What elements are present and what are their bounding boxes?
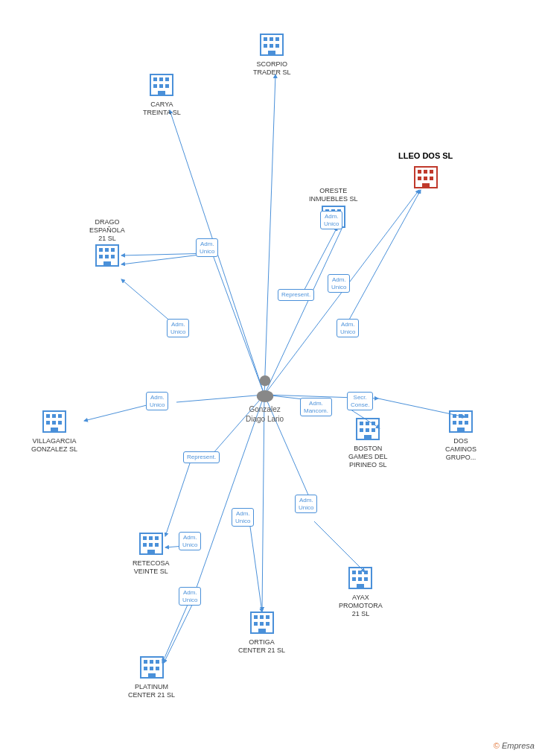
node-label-retecosa: RETECOSAVEINTE SL xyxy=(133,559,170,576)
svg-rect-96 xyxy=(155,536,159,540)
svg-rect-105 xyxy=(254,622,258,626)
building-icon-dos-caminos xyxy=(447,408,474,435)
svg-rect-103 xyxy=(260,615,264,619)
node-label-dos-caminos: DOSCAMINOSGRUPO... xyxy=(445,437,476,461)
svg-rect-123 xyxy=(156,667,159,670)
badge-adm-unico-7[interactable]: Adm.Unico xyxy=(232,508,254,527)
badge-secr-conse[interactable]: Secr.Conse. xyxy=(347,392,373,410)
svg-rect-47 xyxy=(424,170,427,174)
svg-rect-86 xyxy=(453,414,456,418)
svg-point-28 xyxy=(256,390,272,402)
badge-adm-unico-5[interactable]: Adm.Unico xyxy=(337,319,359,337)
building-icon-drago xyxy=(94,242,121,269)
svg-rect-88 xyxy=(465,414,468,418)
node-label-lleo-title: LLEO DOS SL xyxy=(398,151,453,161)
svg-rect-50 xyxy=(424,177,427,180)
svg-rect-30 xyxy=(264,37,267,41)
svg-rect-32 xyxy=(275,37,279,41)
node-carya[interactable]: CARYATREINTA SL xyxy=(143,72,181,117)
svg-line-18 xyxy=(194,395,264,596)
svg-rect-41 xyxy=(153,84,157,88)
svg-rect-91 xyxy=(465,421,468,425)
svg-line-15 xyxy=(262,395,264,611)
building-icon-villagarcia xyxy=(41,408,68,435)
badge-adm-unico-4[interactable]: Adm.Unico xyxy=(328,274,350,293)
svg-rect-90 xyxy=(459,421,462,425)
node-ayax[interactable]: AYAXPROMOTORA21 SL xyxy=(339,565,383,617)
svg-rect-84 xyxy=(364,435,372,439)
center-person-node[interactable]: GonzalezDiago Lario xyxy=(246,372,284,424)
svg-rect-75 xyxy=(58,421,62,425)
node-villagarcia[interactable]: VILLAGARCIAGONZALEZ SL xyxy=(31,408,77,454)
node-lleo[interactable]: LLEO DOS SL xyxy=(398,149,453,191)
badge-adm-unico-9[interactable]: Adm.Unico xyxy=(179,532,201,550)
building-icon-scorpio xyxy=(258,31,285,58)
svg-rect-63 xyxy=(105,248,109,252)
svg-rect-38 xyxy=(153,77,157,81)
svg-rect-99 xyxy=(155,543,159,547)
svg-rect-107 xyxy=(266,622,270,626)
svg-rect-114 xyxy=(358,577,362,581)
svg-rect-112 xyxy=(364,571,368,574)
badge-adm-unico-3[interactable]: Adm.Unico xyxy=(320,211,342,229)
building-icon-retecosa xyxy=(138,530,165,557)
building-icon-boston xyxy=(354,416,381,442)
svg-rect-79 xyxy=(366,422,369,425)
svg-rect-108 xyxy=(258,629,266,633)
badge-adm-unico-8[interactable]: Adm.Unico xyxy=(295,495,317,513)
svg-rect-78 xyxy=(360,422,363,425)
svg-rect-100 xyxy=(147,550,155,554)
svg-rect-31 xyxy=(270,37,273,41)
svg-rect-118 xyxy=(144,660,147,664)
svg-rect-80 xyxy=(372,422,375,425)
svg-rect-36 xyxy=(268,51,275,55)
badge-adm-unico-10[interactable]: Adm.Unico xyxy=(179,587,201,606)
node-dos-caminos[interactable]: DOSCAMINOSGRUPO... xyxy=(445,408,476,461)
node-platinum[interactable]: PLATINUMCENTER 21 SL xyxy=(128,654,175,699)
svg-rect-72 xyxy=(58,414,62,418)
node-drago[interactable]: DRAGOESPAÑOLA21 SL xyxy=(89,216,125,269)
graph-container: GonzalezDiago Lario SCORPIOTRADER SL xyxy=(0,0,542,756)
badge-represent-2[interactable]: Represent. xyxy=(183,451,220,463)
svg-rect-104 xyxy=(266,615,270,619)
svg-rect-52 xyxy=(422,183,430,188)
badge-adm-unico-6[interactable]: Adm.Unico xyxy=(146,392,168,410)
svg-rect-124 xyxy=(148,673,156,678)
svg-rect-64 xyxy=(111,248,115,252)
svg-rect-82 xyxy=(366,428,369,432)
svg-rect-113 xyxy=(352,577,356,581)
svg-rect-46 xyxy=(418,170,421,174)
badge-adm-mancom[interactable]: Adm.Mancom. xyxy=(300,398,332,416)
svg-line-24 xyxy=(249,521,262,612)
badge-adm-unico-1[interactable]: Adm.Unico xyxy=(196,238,218,257)
svg-rect-40 xyxy=(165,77,169,81)
svg-rect-65 xyxy=(99,255,103,258)
svg-rect-121 xyxy=(144,667,147,670)
person-icon xyxy=(250,372,280,402)
center-person-label: GonzalezDiago Lario xyxy=(246,404,284,424)
svg-rect-67 xyxy=(111,255,115,258)
svg-rect-73 xyxy=(46,421,50,425)
svg-rect-70 xyxy=(46,414,50,418)
copyright-symbol: © xyxy=(494,741,500,750)
svg-rect-44 xyxy=(158,91,165,95)
svg-rect-89 xyxy=(453,421,456,425)
node-retecosa[interactable]: RETECOSAVEINTE SL xyxy=(133,530,170,576)
svg-rect-74 xyxy=(52,421,56,425)
svg-rect-62 xyxy=(99,248,103,252)
svg-rect-39 xyxy=(159,77,163,81)
node-label-boston: BOSTONGAMES DELPIRINEO SL xyxy=(348,445,388,468)
node-ortiga[interactable]: ORTIGACENTER 21 SL xyxy=(238,609,285,655)
svg-rect-122 xyxy=(150,667,153,670)
badge-adm-unico-2[interactable]: Adm.Unico xyxy=(167,319,189,337)
svg-rect-111 xyxy=(358,571,362,574)
svg-rect-119 xyxy=(150,660,153,664)
svg-rect-95 xyxy=(149,536,153,540)
node-label-ayax: AYAXPROMOTORA21 SL xyxy=(339,594,383,617)
node-boston[interactable]: BOSTONGAMES DELPIRINEO SL xyxy=(348,416,388,468)
badge-represent-1[interactable]: Represent. xyxy=(278,289,314,301)
svg-rect-116 xyxy=(357,584,364,588)
node-scorpio[interactable]: SCORPIOTRADER SL xyxy=(253,31,291,77)
building-icon-platinum xyxy=(138,654,165,681)
node-label-scorpio: SCORPIOTRADER SL xyxy=(253,60,291,77)
